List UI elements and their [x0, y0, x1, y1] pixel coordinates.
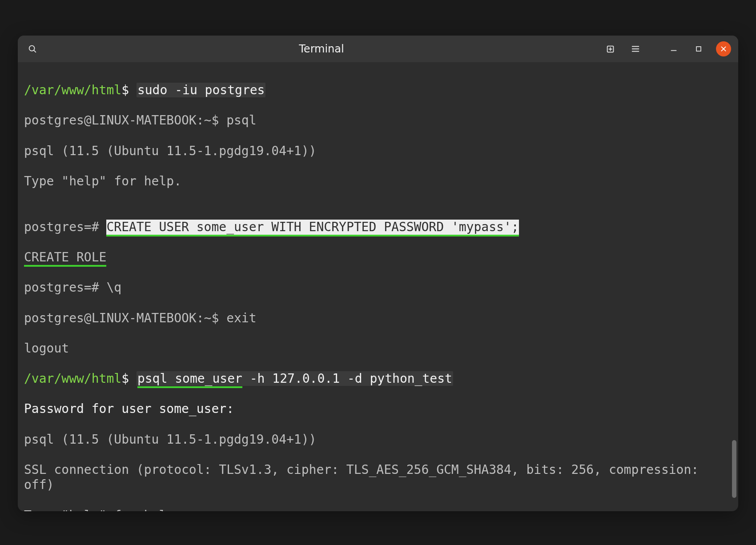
terminal-line: psql (11.5 (Ubuntu 11.5-1.pgdg19.04+1)): [24, 432, 732, 447]
terminal-output[interactable]: /var/www/html$ sudo -iu postgres postgre…: [18, 62, 738, 511]
command-text: psql some_user -h 127.0.0.1 -d python_te…: [137, 371, 453, 386]
close-button[interactable]: [716, 41, 731, 56]
titlebar: Terminal: [18, 36, 738, 62]
terminal-line: Type "help" for help.: [24, 508, 732, 511]
sql-response: CREATE ROLE: [24, 250, 106, 267]
window-title: Terminal: [40, 43, 603, 55]
prompt-dollar: $: [121, 371, 137, 386]
terminal-line: logout: [24, 341, 732, 356]
terminal-line: postgres@LINUX-MATEBOOK:~$ psql: [24, 113, 732, 128]
terminal-line: CREATE ROLE: [24, 250, 732, 265]
selected-sql: CREATE USER some_user WITH ENCRYPTED PAS…: [106, 220, 519, 236]
minimize-button[interactable]: [666, 41, 681, 56]
prompt-dollar: $: [121, 83, 137, 97]
terminal-line: Password for user some_user:: [24, 401, 732, 417]
terminal-line: psql (11.5 (Ubuntu 11.5-1.pgdg19.04+1)): [24, 144, 732, 159]
terminal-line: Type "help" for help.: [24, 174, 732, 189]
prompt-cwd: /var/www/html: [24, 83, 121, 97]
svg-rect-9: [696, 47, 701, 51]
terminal-line: SSL connection (protocol: TLSv1.3, ciphe…: [24, 462, 732, 493]
terminal-line: postgres@LINUX-MATEBOOK:~$ exit: [24, 311, 732, 326]
svg-line-1: [34, 50, 36, 52]
hamburger-menu-icon[interactable]: [628, 41, 643, 56]
prompt-cwd: /var/www/html: [24, 371, 121, 386]
search-icon[interactable]: [25, 41, 40, 56]
terminal-line: postgres=# \q: [24, 280, 732, 295]
terminal-line: /var/www/html$ psql some_user -h 127.0.0…: [24, 371, 732, 386]
new-tab-icon[interactable]: [603, 41, 618, 56]
scrollbar-thumb[interactable]: [732, 440, 736, 498]
terminal-line: /var/www/html$ sudo -iu postgres: [24, 83, 732, 98]
maximize-button[interactable]: [691, 41, 706, 56]
psql-prompt: postgres=#: [24, 220, 106, 234]
terminal-line: postgres=# CREATE USER some_user WITH EN…: [24, 220, 732, 235]
terminal-window: Terminal: [18, 36, 738, 511]
command-text: sudo -iu postgres: [137, 83, 266, 97]
